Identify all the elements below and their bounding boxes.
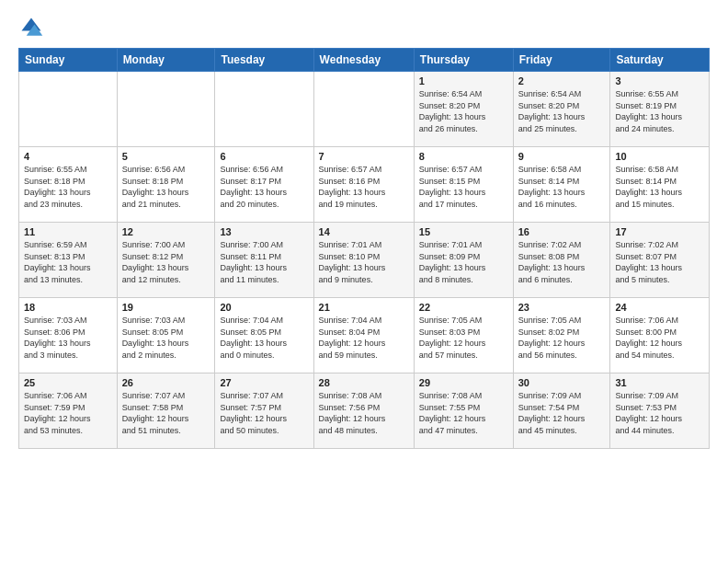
- day-number: 8: [419, 151, 508, 162]
- header: [18, 15, 710, 40]
- day-number: 4: [24, 151, 112, 162]
- calendar-cell: [19, 72, 118, 147]
- day-number: 18: [24, 302, 112, 313]
- calendar-header-tuesday: Tuesday: [215, 49, 313, 72]
- day-number: 21: [319, 302, 409, 313]
- day-info: Sunrise: 7:07 AM Sunset: 7:57 PM Dayligh…: [220, 390, 308, 436]
- day-info: Sunrise: 7:09 AM Sunset: 7:54 PM Dayligh…: [518, 390, 606, 436]
- calendar-cell: 31Sunrise: 7:09 AM Sunset: 7:53 PM Dayli…: [610, 373, 710, 449]
- day-info: Sunrise: 6:54 AM Sunset: 8:20 PM Dayligh…: [419, 88, 508, 134]
- day-info: Sunrise: 7:05 AM Sunset: 8:03 PM Dayligh…: [419, 315, 508, 361]
- calendar-week-row: 11Sunrise: 6:59 AM Sunset: 8:13 PM Dayli…: [19, 223, 710, 298]
- calendar-cell: 22Sunrise: 7:05 AM Sunset: 8:03 PM Dayli…: [414, 298, 513, 373]
- day-number: 11: [24, 226, 112, 237]
- calendar-week-row: 18Sunrise: 7:03 AM Sunset: 8:06 PM Dayli…: [19, 298, 710, 373]
- day-info: Sunrise: 6:56 AM Sunset: 8:18 PM Dayligh…: [122, 164, 210, 210]
- day-number: 22: [419, 302, 508, 313]
- day-info: Sunrise: 7:00 AM Sunset: 8:12 PM Dayligh…: [122, 239, 210, 285]
- day-info: Sunrise: 7:01 AM Sunset: 8:10 PM Dayligh…: [319, 239, 409, 285]
- calendar-cell: 18Sunrise: 7:03 AM Sunset: 8:06 PM Dayli…: [19, 298, 118, 373]
- calendar-cell: 16Sunrise: 7:02 AM Sunset: 8:08 PM Dayli…: [513, 223, 610, 298]
- calendar-cell: 23Sunrise: 7:05 AM Sunset: 8:02 PM Dayli…: [513, 298, 610, 373]
- calendar-cell: 10Sunrise: 6:58 AM Sunset: 8:14 PM Dayli…: [610, 147, 710, 223]
- day-number: 15: [419, 226, 508, 237]
- logo: [18, 15, 48, 40]
- day-number: 10: [615, 151, 704, 162]
- day-number: 20: [220, 302, 308, 313]
- day-info: Sunrise: 7:06 AM Sunset: 7:59 PM Dayligh…: [24, 390, 112, 436]
- day-info: Sunrise: 7:02 AM Sunset: 8:07 PM Dayligh…: [615, 239, 704, 285]
- day-info: Sunrise: 7:03 AM Sunset: 8:06 PM Dayligh…: [24, 315, 112, 361]
- day-info: Sunrise: 7:09 AM Sunset: 7:53 PM Dayligh…: [615, 390, 704, 436]
- day-number: 29: [419, 377, 508, 388]
- day-number: 28: [319, 377, 409, 388]
- day-info: Sunrise: 7:03 AM Sunset: 8:05 PM Dayligh…: [122, 315, 210, 361]
- day-info: Sunrise: 7:05 AM Sunset: 8:02 PM Dayligh…: [518, 315, 606, 361]
- calendar-cell: 19Sunrise: 7:03 AM Sunset: 8:05 PM Dayli…: [117, 298, 215, 373]
- day-number: 17: [615, 226, 704, 237]
- day-number: 30: [518, 377, 606, 388]
- day-number: 24: [615, 302, 704, 313]
- day-info: Sunrise: 6:57 AM Sunset: 8:15 PM Dayligh…: [419, 164, 508, 210]
- calendar-cell: 1Sunrise: 6:54 AM Sunset: 8:20 PM Daylig…: [414, 72, 513, 147]
- calendar-week-row: 25Sunrise: 7:06 AM Sunset: 7:59 PM Dayli…: [19, 373, 710, 449]
- day-info: Sunrise: 6:58 AM Sunset: 8:14 PM Dayligh…: [518, 164, 606, 210]
- day-number: 16: [518, 226, 606, 237]
- calendar-cell: 5Sunrise: 6:56 AM Sunset: 8:18 PM Daylig…: [117, 147, 215, 223]
- calendar-cell: 15Sunrise: 7:01 AM Sunset: 8:09 PM Dayli…: [414, 223, 513, 298]
- day-info: Sunrise: 7:08 AM Sunset: 7:55 PM Dayligh…: [419, 390, 508, 436]
- calendar-cell: 4Sunrise: 6:55 AM Sunset: 8:18 PM Daylig…: [19, 147, 118, 223]
- day-number: 5: [122, 151, 210, 162]
- calendar-header-sunday: Sunday: [19, 49, 118, 72]
- logo-icon: [18, 15, 44, 40]
- day-info: Sunrise: 6:54 AM Sunset: 8:20 PM Dayligh…: [518, 88, 606, 134]
- day-info: Sunrise: 6:59 AM Sunset: 8:13 PM Dayligh…: [24, 239, 112, 285]
- calendar-cell: 29Sunrise: 7:08 AM Sunset: 7:55 PM Dayli…: [414, 373, 513, 449]
- calendar-cell: 28Sunrise: 7:08 AM Sunset: 7:56 PM Dayli…: [313, 373, 414, 449]
- calendar-cell: 11Sunrise: 6:59 AM Sunset: 8:13 PM Dayli…: [19, 223, 118, 298]
- day-info: Sunrise: 7:07 AM Sunset: 7:58 PM Dayligh…: [122, 390, 210, 436]
- day-number: 23: [518, 302, 606, 313]
- calendar-cell: [117, 72, 215, 147]
- calendar-cell: 13Sunrise: 7:00 AM Sunset: 8:11 PM Dayli…: [215, 223, 313, 298]
- calendar-header-friday: Friday: [513, 49, 610, 72]
- calendar-cell: 26Sunrise: 7:07 AM Sunset: 7:58 PM Dayli…: [117, 373, 215, 449]
- calendar-week-row: 1Sunrise: 6:54 AM Sunset: 8:20 PM Daylig…: [19, 72, 710, 147]
- calendar-week-row: 4Sunrise: 6:55 AM Sunset: 8:18 PM Daylig…: [19, 147, 710, 223]
- calendar-cell: 24Sunrise: 7:06 AM Sunset: 8:00 PM Dayli…: [610, 298, 710, 373]
- calendar-cell: 20Sunrise: 7:04 AM Sunset: 8:05 PM Dayli…: [215, 298, 313, 373]
- day-info: Sunrise: 7:00 AM Sunset: 8:11 PM Dayligh…: [220, 239, 308, 285]
- day-info: Sunrise: 6:57 AM Sunset: 8:16 PM Dayligh…: [319, 164, 409, 210]
- calendar-header-thursday: Thursday: [414, 49, 513, 72]
- page-container: SundayMondayTuesdayWednesdayThursdayFrid…: [0, 0, 728, 458]
- day-number: 9: [518, 151, 606, 162]
- day-number: 7: [319, 151, 409, 162]
- calendar-header-row: SundayMondayTuesdayWednesdayThursdayFrid…: [19, 49, 710, 72]
- day-number: 25: [24, 377, 112, 388]
- calendar-table: SundayMondayTuesdayWednesdayThursdayFrid…: [18, 48, 710, 449]
- day-number: 3: [615, 75, 704, 86]
- day-number: 2: [518, 75, 606, 86]
- day-info: Sunrise: 7:04 AM Sunset: 8:05 PM Dayligh…: [220, 315, 308, 361]
- day-number: 13: [220, 226, 308, 237]
- calendar-cell: 9Sunrise: 6:58 AM Sunset: 8:14 PM Daylig…: [513, 147, 610, 223]
- day-info: Sunrise: 7:06 AM Sunset: 8:00 PM Dayligh…: [615, 315, 704, 361]
- day-number: 19: [122, 302, 210, 313]
- day-number: 6: [220, 151, 308, 162]
- calendar-cell: 21Sunrise: 7:04 AM Sunset: 8:04 PM Dayli…: [313, 298, 414, 373]
- day-info: Sunrise: 7:04 AM Sunset: 8:04 PM Dayligh…: [319, 315, 409, 361]
- calendar-cell: [313, 72, 414, 147]
- day-info: Sunrise: 6:58 AM Sunset: 8:14 PM Dayligh…: [615, 164, 704, 210]
- day-number: 1: [419, 75, 508, 86]
- calendar-cell: 25Sunrise: 7:06 AM Sunset: 7:59 PM Dayli…: [19, 373, 118, 449]
- calendar-header-saturday: Saturday: [610, 49, 710, 72]
- day-number: 14: [319, 226, 409, 237]
- calendar-cell: 30Sunrise: 7:09 AM Sunset: 7:54 PM Dayli…: [513, 373, 610, 449]
- calendar-cell: 27Sunrise: 7:07 AM Sunset: 7:57 PM Dayli…: [215, 373, 313, 449]
- day-info: Sunrise: 7:02 AM Sunset: 8:08 PM Dayligh…: [518, 239, 606, 285]
- calendar-cell: 7Sunrise: 6:57 AM Sunset: 8:16 PM Daylig…: [313, 147, 414, 223]
- day-number: 27: [220, 377, 308, 388]
- calendar-cell: [215, 72, 313, 147]
- calendar-cell: 8Sunrise: 6:57 AM Sunset: 8:15 PM Daylig…: [414, 147, 513, 223]
- day-info: Sunrise: 6:55 AM Sunset: 8:19 PM Dayligh…: [615, 88, 704, 134]
